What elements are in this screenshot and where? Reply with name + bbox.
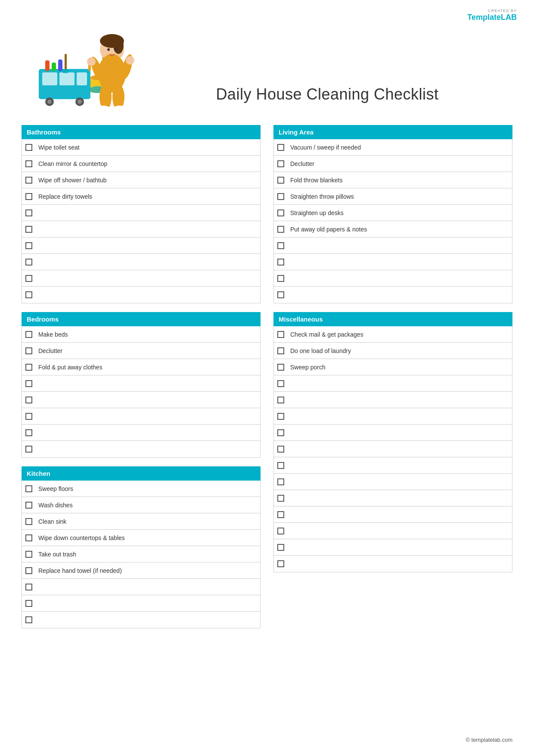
checkbox[interactable] [277, 160, 284, 167]
checklist-item[interactable] [22, 254, 260, 270]
checkbox[interactable] [25, 347, 32, 354]
checkbox[interactable] [25, 259, 32, 266]
checkbox[interactable] [25, 380, 32, 387]
checklist-item[interactable]: Clean mirror & countertop [22, 156, 260, 172]
checkbox[interactable] [25, 600, 32, 607]
checklist-item[interactable]: Make beds [22, 326, 260, 343]
checkbox[interactable] [25, 177, 32, 184]
checklist-item[interactable]: Straighten throw pillows [274, 188, 512, 205]
checklist-item[interactable]: Declutter [274, 156, 512, 172]
checkbox[interactable] [25, 413, 32, 420]
checklist-item[interactable] [274, 425, 512, 441]
checkbox[interactable] [25, 616, 32, 623]
checklist-item[interactable] [274, 254, 512, 270]
checkbox[interactable] [277, 560, 284, 567]
checklist-item[interactable] [274, 506, 512, 523]
checkbox[interactable] [25, 429, 32, 436]
checklist-item[interactable] [22, 270, 260, 287]
checklist-item[interactable] [274, 474, 512, 490]
checkbox[interactable] [277, 144, 284, 151]
checklist-item[interactable]: Wash dishes [22, 497, 260, 513]
checkbox[interactable] [25, 193, 32, 200]
checkbox[interactable] [25, 485, 32, 492]
checklist-item[interactable] [274, 441, 512, 457]
checklist-item[interactable]: Wipe toilet seat [22, 139, 260, 156]
checkbox[interactable] [277, 364, 284, 371]
checkbox[interactable] [25, 364, 32, 371]
checklist-item[interactable] [274, 556, 512, 572]
checkbox[interactable] [25, 331, 32, 338]
checkbox[interactable] [25, 226, 32, 233]
checkbox[interactable] [277, 462, 284, 469]
checklist-item[interactable] [274, 457, 512, 474]
checkbox[interactable] [277, 226, 284, 233]
checkbox[interactable] [277, 446, 284, 453]
checklist-item[interactable] [22, 425, 260, 441]
checklist-item[interactable] [22, 612, 260, 628]
checklist-item[interactable]: Sweep floors [22, 481, 260, 497]
checkbox[interactable] [277, 242, 284, 249]
checklist-item[interactable]: Replace hand towel (if needed) [22, 562, 260, 579]
checkbox[interactable] [25, 144, 32, 151]
checklist-item[interactable] [22, 205, 260, 221]
checklist-item[interactable] [274, 375, 512, 392]
checkbox[interactable] [25, 275, 32, 282]
checklist-item[interactable] [22, 441, 260, 457]
checklist-item[interactable]: Sweep porch [274, 359, 512, 375]
checkbox[interactable] [277, 397, 284, 403]
checklist-item[interactable]: Wipe down countertops & tables [22, 530, 260, 546]
checkbox[interactable] [25, 518, 32, 525]
checklist-item[interactable] [274, 539, 512, 556]
checklist-item[interactable]: Clean sink [22, 513, 260, 530]
checklist-item[interactable] [274, 287, 512, 303]
checklist-item[interactable] [274, 270, 512, 287]
checkbox[interactable] [277, 209, 284, 216]
checklist-item[interactable]: Do one load of laundry [274, 343, 512, 359]
checklist-item[interactable] [22, 287, 260, 303]
checkbox[interactable] [25, 397, 32, 403]
checkbox[interactable] [277, 429, 284, 436]
checklist-item[interactable] [22, 221, 260, 237]
checklist-item[interactable] [22, 579, 260, 595]
checkbox[interactable] [25, 242, 32, 249]
checklist-item[interactable]: Straighten up desks [274, 205, 512, 221]
checkbox[interactable] [277, 413, 284, 420]
checklist-item[interactable] [274, 392, 512, 408]
checklist-item[interactable] [22, 237, 260, 254]
checkbox[interactable] [25, 502, 32, 509]
checkbox[interactable] [25, 551, 32, 558]
checkbox[interactable] [277, 331, 284, 338]
checklist-item[interactable] [274, 490, 512, 506]
checklist-item[interactable] [274, 237, 512, 254]
checkbox[interactable] [25, 209, 32, 216]
checkbox[interactable] [25, 446, 32, 453]
checkbox[interactable] [277, 528, 284, 534]
checklist-item[interactable]: Put away old papers & notes [274, 221, 512, 237]
checkbox[interactable] [277, 193, 284, 200]
checkbox[interactable] [25, 291, 32, 298]
checklist-item[interactable]: Vacuum / sweep if needed [274, 139, 512, 156]
checkbox[interactable] [277, 275, 284, 282]
checkbox[interactable] [277, 511, 284, 518]
checkbox[interactable] [25, 160, 32, 167]
checkbox[interactable] [277, 177, 284, 184]
checklist-item[interactable]: Wipe off shower / bathtub [22, 172, 260, 188]
checklist-item[interactable]: Fold & put away clothes [22, 359, 260, 375]
checkbox[interactable] [277, 259, 284, 266]
checklist-item[interactable] [22, 595, 260, 612]
checkbox[interactable] [277, 495, 284, 502]
checkbox[interactable] [277, 347, 284, 354]
checkbox[interactable] [277, 544, 284, 551]
checklist-item[interactable]: Declutter [22, 343, 260, 359]
checkbox[interactable] [25, 534, 32, 541]
checkbox[interactable] [25, 567, 32, 574]
checklist-item[interactable] [274, 523, 512, 539]
checklist-item[interactable]: Check mail & get packages [274, 326, 512, 343]
checklist-item[interactable] [22, 392, 260, 408]
checkbox[interactable] [277, 380, 284, 387]
checklist-item[interactable]: Take out trash [22, 546, 260, 562]
checklist-item[interactable] [22, 375, 260, 392]
checklist-item[interactable]: Fold throw blankets [274, 172, 512, 188]
checklist-item[interactable]: Replace dirty towels [22, 188, 260, 205]
checklist-item[interactable] [22, 408, 260, 425]
